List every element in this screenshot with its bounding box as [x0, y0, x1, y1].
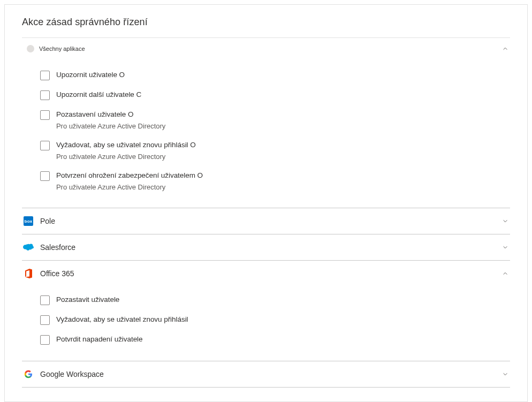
section-salesforce: Salesforce [22, 234, 510, 261]
action-label: Pozastavení uživatele O [56, 110, 165, 119]
action-sublabel: Pro uživatele Azure Active Directory [56, 183, 203, 192]
action-label: Upozornit další uživatele C [56, 90, 141, 100]
action-row: Potvrdit napadení uživatele [40, 330, 510, 350]
action-row: Vyžadovat, aby se uživatel znovu přihlás… [40, 136, 510, 166]
action-label: Vyžadovat, aby se uživatel znovu přihlás… [56, 315, 188, 324]
checkbox-notify-other-users[interactable] [40, 90, 50, 100]
action-label: Vyžadovat, aby se uživatel znovu přihlás… [56, 140, 196, 150]
checkbox-o365-require-signin[interactable] [40, 315, 50, 325]
chevron-down-icon [503, 371, 508, 377]
salesforce-app-icon [23, 242, 34, 253]
action-label: Potvrzení ohrožení zabezpečení uživatele… [56, 171, 203, 180]
section-header-box[interactable]: box Pole [22, 208, 510, 234]
chevron-down-icon [503, 245, 508, 250]
checkbox-o365-confirm-compromised[interactable] [40, 335, 50, 345]
chevron-up-icon [503, 271, 508, 276]
action-label: Upozornit uživatele O [56, 70, 125, 80]
action-sublabel: Pro uživatele Azure Active Directory [56, 152, 196, 161]
google-workspace-app-icon [23, 369, 34, 380]
action-row: Vyžadovat, aby se uživatel znovu přihlás… [40, 310, 510, 330]
chevron-up-icon [503, 46, 508, 51]
checkbox-o365-suspend-user[interactable] [40, 295, 50, 305]
section-title-salesforce: Salesforce [40, 243, 503, 252]
checkbox-require-signin[interactable] [40, 141, 50, 150]
section-header-salesforce[interactable]: Salesforce [22, 234, 510, 260]
section-title-box: Pole [40, 217, 503, 225]
office365-app-icon [23, 268, 34, 279]
action-row: Pozastavit uživatele [40, 291, 510, 310]
section-title-google: Google Workspace [40, 370, 503, 378]
chevron-down-icon [503, 218, 508, 224]
section-header-all-apps[interactable]: Všechny aplikace [22, 38, 510, 57]
checkbox-notify-user[interactable] [40, 71, 50, 80]
all-apps-icon [26, 44, 35, 53]
section-header-office365[interactable]: Office 365 [22, 261, 510, 286]
section-header-google[interactable]: Google Workspace [22, 361, 510, 387]
box-app-icon: box [23, 216, 34, 226]
checkbox-suspend-user[interactable] [40, 110, 50, 120]
action-row: Potvrzení ohrožení zabezpečení uživatele… [40, 166, 510, 197]
action-row: Upozornit další uživatele C [40, 86, 510, 105]
section-box: box Pole [22, 208, 510, 234]
section-office365: Office 365 Pozastavit uživatele Vyžadova… [22, 261, 510, 361]
section-title-office365: Office 365 [40, 269, 503, 278]
panel-title: Akce zásad správného řízení [22, 17, 510, 38]
section-body-all-apps: Upozornit uživatele O Upozornit další už… [22, 57, 510, 208]
section-all-apps: Všechny aplikace Upozornit uživatele O U… [22, 38, 510, 208]
action-sublabel: Pro uživatele Azure Active Directory [56, 122, 165, 131]
action-row: Pozastavení uživatele O Pro uživatele Az… [40, 105, 510, 136]
action-label: Pozastavit uživatele [56, 295, 119, 305]
section-body-office365: Pozastavit uživatele Vyžadovat, aby se u… [22, 286, 510, 361]
checkbox-confirm-compromised[interactable] [40, 171, 50, 181]
section-title-all-apps: Všechny aplikace [39, 45, 503, 52]
action-label: Potvrdit napadení uživatele [56, 335, 143, 344]
section-google-workspace: Google Workspace [22, 361, 510, 388]
governance-actions-panel: Akce zásad správného řízení Všechny apli… [4, 4, 528, 402]
action-row: Upozornit uživatele O [40, 66, 510, 86]
